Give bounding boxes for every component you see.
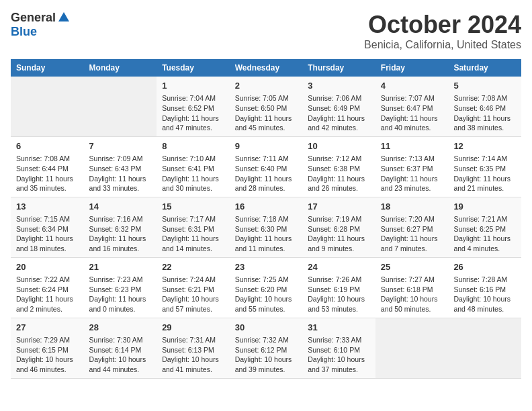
day-number: 29 <box>162 322 224 334</box>
daylight-text: Daylight: 11 hours and 28 minutes. <box>235 175 292 193</box>
day-info: Sunrise: 7:07 AMSunset: 6:47 PMDaylight:… <box>381 93 443 133</box>
header-thursday: Thursday <box>302 59 375 77</box>
day-number: 2 <box>235 80 298 92</box>
day-number: 25 <box>381 261 443 273</box>
sunrise-text: Sunrise: 7:12 AM <box>308 154 361 163</box>
day-number: 12 <box>453 140 516 152</box>
daylight-text: Daylight: 11 hours and 23 minutes. <box>381 175 438 193</box>
day-info: Sunrise: 7:21 AMSunset: 6:25 PMDaylight:… <box>453 214 516 254</box>
sunset-text: Sunset: 6:41 PM <box>162 165 214 173</box>
calendar-cell: 29Sunrise: 7:31 AMSunset: 6:13 PMDayligh… <box>157 318 230 378</box>
sunrise-text: Sunrise: 7:18 AM <box>235 215 289 223</box>
daylight-text: Daylight: 11 hours and 45 minutes. <box>235 114 292 132</box>
sunrise-text: Sunrise: 7:20 AM <box>381 215 435 223</box>
sunset-text: Sunset: 6:18 PM <box>381 285 433 293</box>
daylight-text: Daylight: 11 hours and 35 minutes. <box>16 175 73 193</box>
day-number: 14 <box>89 201 152 213</box>
day-info: Sunrise: 7:23 AMSunset: 6:23 PMDaylight:… <box>89 275 152 314</box>
sunrise-text: Sunrise: 7:08 AM <box>453 94 507 102</box>
sunset-text: Sunset: 6:21 PM <box>162 285 214 293</box>
sunrise-text: Sunrise: 7:25 AM <box>235 275 289 283</box>
sunrise-text: Sunrise: 7:14 AM <box>453 154 507 163</box>
daylight-text: Daylight: 10 hours and 50 minutes. <box>381 295 438 313</box>
daylight-text: Daylight: 11 hours and 38 minutes. <box>453 114 511 132</box>
day-number: 23 <box>235 261 298 273</box>
calendar-cell <box>448 318 521 378</box>
calendar-cell: 17Sunrise: 7:19 AMSunset: 6:28 PMDayligh… <box>302 197 375 257</box>
sunset-text: Sunset: 6:10 PM <box>308 346 360 354</box>
calendar-week-row: 27Sunrise: 7:29 AMSunset: 6:15 PMDayligh… <box>11 318 521 378</box>
sunrise-text: Sunrise: 7:10 AM <box>162 154 216 163</box>
day-info: Sunrise: 7:16 AMSunset: 6:32 PMDaylight:… <box>89 214 152 254</box>
daylight-text: Daylight: 11 hours and 9 minutes. <box>308 234 365 253</box>
calendar-cell: 15Sunrise: 7:17 AMSunset: 6:31 PMDayligh… <box>157 197 230 257</box>
day-info: Sunrise: 7:18 AMSunset: 6:30 PMDaylight:… <box>235 214 298 254</box>
calendar-cell: 11Sunrise: 7:13 AMSunset: 6:37 PMDayligh… <box>375 136 449 197</box>
daylight-text: Daylight: 10 hours and 57 minutes. <box>162 295 219 313</box>
title-block: October 2024 Benicia, California, United… <box>364 11 521 51</box>
day-info: Sunrise: 7:06 AMSunset: 6:49 PMDaylight:… <box>308 93 370 133</box>
day-info: Sunrise: 7:31 AMSunset: 6:13 PMDaylight:… <box>162 335 224 375</box>
day-info: Sunrise: 7:05 AMSunset: 6:50 PMDaylight:… <box>235 93 298 133</box>
day-info: Sunrise: 7:29 AMSunset: 6:15 PMDaylight:… <box>16 335 79 375</box>
day-number: 7 <box>89 140 152 152</box>
sunset-text: Sunset: 6:20 PM <box>235 285 287 293</box>
day-info: Sunrise: 7:15 AMSunset: 6:34 PMDaylight:… <box>16 214 79 254</box>
daylight-text: Daylight: 10 hours and 37 minutes. <box>308 355 365 373</box>
daylight-text: Daylight: 11 hours and 18 minutes. <box>16 234 73 253</box>
day-info: Sunrise: 7:11 AMSunset: 6:40 PMDaylight:… <box>235 154 298 193</box>
daylight-text: Daylight: 10 hours and 46 minutes. <box>16 355 73 373</box>
calendar-cell: 25Sunrise: 7:27 AMSunset: 6:18 PMDayligh… <box>375 257 449 318</box>
header-friday: Friday <box>375 59 449 77</box>
sunrise-text: Sunrise: 7:09 AM <box>89 154 143 163</box>
daylight-text: Daylight: 11 hours and 26 minutes. <box>308 175 365 193</box>
svg-marker-0 <box>58 12 69 21</box>
header-saturday: Saturday <box>448 59 521 77</box>
logo-blue-text: Blue <box>11 25 37 39</box>
sunset-text: Sunset: 6:14 PM <box>89 346 142 354</box>
day-number: 15 <box>162 201 224 213</box>
calendar-body: 1Sunrise: 7:04 AMSunset: 6:52 PMDaylight… <box>11 77 521 378</box>
day-info: Sunrise: 7:19 AMSunset: 6:28 PMDaylight:… <box>308 214 370 254</box>
day-number: 11 <box>381 140 443 152</box>
day-info: Sunrise: 7:33 AMSunset: 6:10 PMDaylight:… <box>308 335 370 375</box>
calendar-cell: 12Sunrise: 7:14 AMSunset: 6:35 PMDayligh… <box>448 136 521 197</box>
day-number: 30 <box>235 322 298 334</box>
sunrise-text: Sunrise: 7:13 AM <box>381 154 435 163</box>
calendar-week-row: 1Sunrise: 7:04 AMSunset: 6:52 PMDaylight… <box>11 77 521 136</box>
calendar-cell: 31Sunrise: 7:33 AMSunset: 6:10 PMDayligh… <box>302 318 375 378</box>
day-number: 17 <box>308 201 370 213</box>
calendar-header: Sunday Monday Tuesday Wednesday Thursday… <box>11 59 521 77</box>
day-number: 8 <box>162 140 224 152</box>
calendar-cell: 5Sunrise: 7:08 AMSunset: 6:46 PMDaylight… <box>448 77 521 136</box>
sunrise-text: Sunrise: 7:32 AM <box>235 336 289 344</box>
sunrise-text: Sunrise: 7:04 AM <box>162 94 216 102</box>
sunset-text: Sunset: 6:16 PM <box>453 285 506 293</box>
calendar-cell: 10Sunrise: 7:12 AMSunset: 6:38 PMDayligh… <box>302 136 375 197</box>
calendar-cell: 6Sunrise: 7:08 AMSunset: 6:44 PMDaylight… <box>11 136 84 197</box>
header-tuesday: Tuesday <box>157 59 230 77</box>
day-number: 6 <box>16 140 79 152</box>
sunset-text: Sunset: 6:52 PM <box>162 104 214 112</box>
day-info: Sunrise: 7:27 AMSunset: 6:18 PMDaylight:… <box>381 275 443 314</box>
day-number: 3 <box>308 80 370 92</box>
sunset-text: Sunset: 6:32 PM <box>89 225 142 233</box>
day-number: 21 <box>89 261 152 273</box>
sunrise-text: Sunrise: 7:26 AM <box>308 275 361 283</box>
month-title: October 2024 <box>364 11 521 39</box>
day-number: 26 <box>453 261 516 273</box>
daylight-text: Daylight: 10 hours and 48 minutes. <box>453 295 511 313</box>
daylight-text: Daylight: 11 hours and 14 minutes. <box>162 234 219 253</box>
sunrise-text: Sunrise: 7:28 AM <box>453 275 507 283</box>
day-info: Sunrise: 7:08 AMSunset: 6:44 PMDaylight:… <box>16 154 79 193</box>
sunset-text: Sunset: 6:49 PM <box>308 104 360 112</box>
header-wednesday: Wednesday <box>230 59 303 77</box>
calendar-cell: 23Sunrise: 7:25 AMSunset: 6:20 PMDayligh… <box>230 257 303 318</box>
sunrise-text: Sunrise: 7:29 AM <box>16 336 70 344</box>
day-number: 4 <box>381 80 443 92</box>
daylight-text: Daylight: 10 hours and 39 minutes. <box>235 355 292 373</box>
sunset-text: Sunset: 6:27 PM <box>381 225 433 233</box>
daylight-text: Daylight: 11 hours and 33 minutes. <box>89 175 146 193</box>
header-monday: Monday <box>84 59 157 77</box>
daylight-text: Daylight: 11 hours and 11 minutes. <box>235 234 292 253</box>
